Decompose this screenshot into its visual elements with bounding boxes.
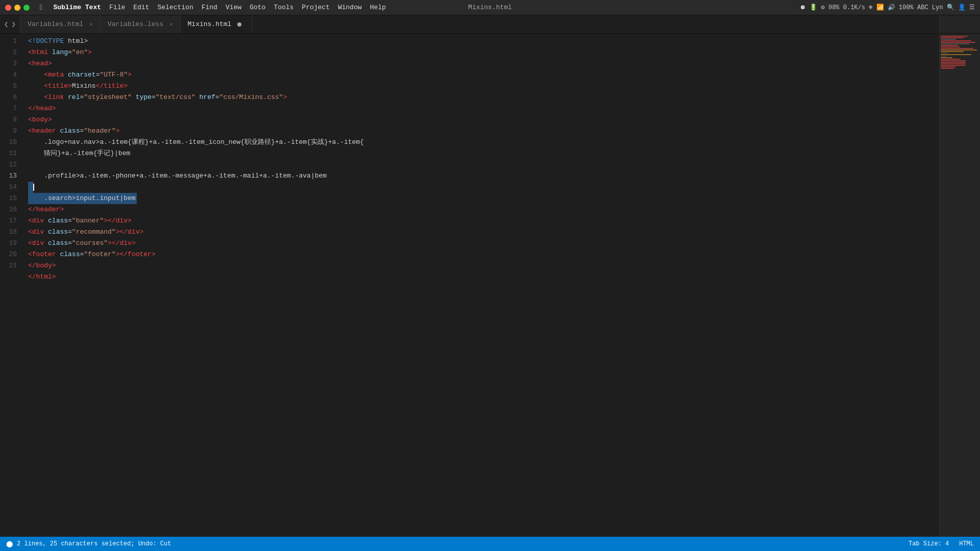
ln-20: 20 xyxy=(0,249,23,260)
menu-view[interactable]: View xyxy=(226,4,241,11)
status-indicator: ⬤ xyxy=(6,540,13,548)
ln-17: 17 xyxy=(0,215,23,227)
menu-bar: Sublime Text File Edit Selection Find Vi… xyxy=(53,4,386,11)
code-line-19: <footer class="footer"></footer> xyxy=(28,249,939,260)
minimap-panel xyxy=(939,34,980,537)
status-message: 2 lines, 25 characters selected; Undo: C… xyxy=(17,540,171,547)
menu-file[interactable]: File xyxy=(109,4,125,11)
statusbar-right: Tab Size: 4 HTML xyxy=(909,540,974,547)
traffic-lights xyxy=(5,5,30,11)
code-line-14: .search>input.input|bem xyxy=(28,193,939,204)
ln-14: 14 xyxy=(0,182,23,193)
nav-arrows: ❮ ❯ xyxy=(0,15,20,33)
tab-unsaved-indicator xyxy=(237,22,241,27)
code-line-15: </header> xyxy=(28,204,939,215)
menu-edit[interactable]: Edit xyxy=(133,4,149,11)
apple-icon:  xyxy=(40,4,44,12)
code-area[interactable]: <!DOCTYPE html> <html lang="en"> <head> … xyxy=(23,34,939,537)
code-line-21: </html> xyxy=(28,271,939,283)
ln-15: 15 xyxy=(0,193,23,204)
tab-size[interactable]: Tab Size: 4 xyxy=(909,540,949,547)
menu-help[interactable]: Help xyxy=(370,4,386,11)
ln-3: 3 xyxy=(0,58,23,69)
ln-8: 8 xyxy=(0,114,23,126)
code-line-2: <html lang="en"> xyxy=(28,47,939,58)
code-line-11 xyxy=(28,159,939,170)
menu-sublime-text[interactable]: Sublime Text xyxy=(53,4,101,11)
nav-forward[interactable]: ❯ xyxy=(11,20,15,29)
tab-close-variables-html[interactable]: ✕ xyxy=(89,21,93,28)
ln-19: 19 xyxy=(0,238,23,249)
tab-label: Variables.less xyxy=(108,20,163,28)
window-title: Mixins.html xyxy=(468,4,512,11)
fullscreen-button[interactable] xyxy=(23,5,30,11)
code-line-18: <div class="courses"></div> xyxy=(28,238,939,249)
code-line-5: <title>Mixins</title> xyxy=(28,81,939,92)
code-line-16: <div class="banner"></div> xyxy=(28,215,939,227)
menu-goto[interactable]: Goto xyxy=(250,4,265,11)
titlebar:  Sublime Text File Edit Selection Find … xyxy=(0,0,980,15)
code-line-12: .profile>a.-item.-phone+a.-item.-message… xyxy=(28,170,939,182)
ln-16: 16 xyxy=(0,204,23,215)
titlebar-right: ⏺ 🔋 ⚙ 98% 0.1K/s ❄ 📶 🔊 100% ABC Lyn 🔍 👤 … xyxy=(800,4,975,11)
code-line-8: <body> xyxy=(28,114,939,126)
tab-variables-less[interactable]: Variables.less ✕ xyxy=(101,15,181,33)
editor: 1 2 3 4 5 6 7 8 9 10 11 12 13 14 15 16 1… xyxy=(0,34,980,537)
code-line-6: <link rel="stylesheet" type="text/css" h… xyxy=(28,92,939,103)
statusbar: ⬤ 2 lines, 25 characters selected; Undo:… xyxy=(0,537,980,551)
ln-9: 9 xyxy=(0,126,23,137)
language[interactable]: HTML xyxy=(959,540,974,547)
code-line-9: <header class="header"> xyxy=(28,126,939,137)
code-line-3: <head> xyxy=(28,58,939,69)
menu-find[interactable]: Find xyxy=(202,4,217,11)
code-line-17: <div class="recommand"></div> xyxy=(28,227,939,238)
tab-label-active: Mixins.html xyxy=(188,20,232,28)
ln-11: 11 xyxy=(0,148,23,159)
line-numbers: 1 2 3 4 5 6 7 8 9 10 11 12 13 14 15 16 1… xyxy=(0,34,23,537)
menu-selection[interactable]: Selection xyxy=(157,4,193,11)
code-line-10b: 猜问}+a.-item{手记}|bem xyxy=(28,148,939,159)
code-line-4: <meta charset="UTF-8"> xyxy=(28,69,939,81)
ln-12: 12 xyxy=(0,159,23,170)
ln-13: 13 xyxy=(0,170,23,182)
tabbar: ❮ ❯ Variables.html ✕ Variables.less ✕ Mi… xyxy=(0,15,980,34)
code-line-1: <!DOCTYPE html> xyxy=(28,36,939,47)
ln-21: 21 xyxy=(0,260,23,271)
code-line-10a: .logo+nav.nav>a.-item{课程}+a.-item.-item_… xyxy=(28,137,939,148)
status-icons: ⏺ 🔋 ⚙ 98% 0.1K/s ❄ 📶 🔊 100% ABC Lyn 🔍 👤 … xyxy=(800,4,975,11)
ln-5: 5 xyxy=(0,81,23,92)
tab-mixins-html[interactable]: Mixins.html xyxy=(181,15,252,33)
ln-4: 4 xyxy=(0,69,23,81)
menu-project[interactable]: Project xyxy=(302,4,330,11)
minimap-tab xyxy=(939,15,980,33)
code-line-13 xyxy=(28,182,939,193)
ln-6: 6 xyxy=(0,92,23,103)
statusbar-left: ⬤ 2 lines, 25 characters selected; Undo:… xyxy=(6,540,171,548)
close-button[interactable] xyxy=(5,5,11,11)
tab-variables-html[interactable]: Variables.html ✕ xyxy=(20,15,101,33)
ln-2: 2 xyxy=(0,47,23,58)
menu-window[interactable]: Window xyxy=(338,4,362,11)
tab-label: Variables.html xyxy=(28,20,83,28)
tab-close-variables-less[interactable]: ✕ xyxy=(169,21,173,28)
menu-tools[interactable]: Tools xyxy=(274,4,293,11)
ln-1: 1 xyxy=(0,36,23,47)
minimize-button[interactable] xyxy=(14,5,20,11)
code-line-7: </head> xyxy=(28,103,939,114)
nav-back[interactable]: ❮ xyxy=(4,20,8,29)
ln-7: 7 xyxy=(0,103,23,114)
ln-18: 18 xyxy=(0,227,23,238)
ln-10: 10 xyxy=(0,137,23,148)
code-line-20: </body> xyxy=(28,260,939,271)
